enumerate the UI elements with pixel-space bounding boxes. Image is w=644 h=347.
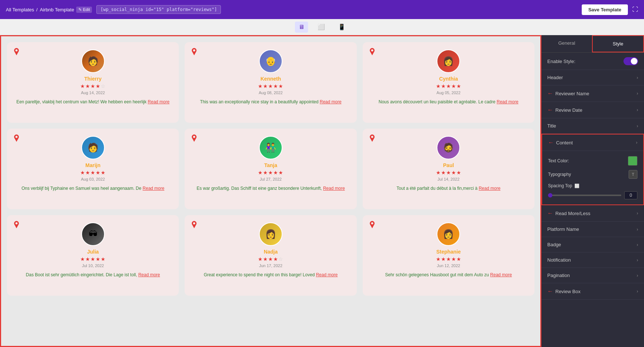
- read-more-link[interactable]: Read more: [323, 186, 345, 191]
- mobile-device-button[interactable]: 📱: [334, 21, 349, 33]
- typography-label: Typography: [548, 172, 629, 177]
- star-1: ★: [258, 170, 263, 176]
- review-box-chevron: ›: [637, 289, 638, 294]
- slider-thumb[interactable]: [548, 193, 552, 198]
- avatar-placeholder: 🧑: [82, 137, 104, 159]
- review-date: Jun 12, 2022: [437, 263, 460, 268]
- panel-item-pagination[interactable]: Pagination ›: [541, 268, 644, 283]
- star-3: ★: [446, 170, 451, 176]
- text-color-swatch[interactable]: [628, 156, 637, 166]
- star-3: ★: [90, 256, 95, 262]
- enable-style-toggle[interactable]: [623, 57, 638, 65]
- panel-item-reviewer-name[interactable]: ← Reviewer Name ›: [541, 85, 644, 102]
- star-1: ★: [258, 83, 263, 89]
- tablet-device-button[interactable]: ⬜: [314, 21, 329, 33]
- expand-icon[interactable]: ⛶: [632, 6, 638, 13]
- template-name: Airbnb Template: [40, 7, 74, 12]
- read-more-link[interactable]: Read more: [490, 272, 512, 277]
- read-more-link[interactable]: Read more: [320, 99, 341, 104]
- avatar-placeholder: 👩: [437, 50, 459, 72]
- review-card: 👫 Tanja ★★★★★ Jul 27, 2022 Es war großar…: [185, 129, 356, 209]
- star-4: ★: [273, 256, 278, 262]
- review-date-label: Review Date: [555, 107, 637, 113]
- review-card: 👩 Nadja ★★★★☆ Jun 17, 2022 Great experie…: [185, 215, 356, 296]
- spacing-slider-track[interactable]: [548, 195, 621, 196]
- review-date-arrow-indicator: ←: [547, 107, 553, 113]
- star-1: ★: [436, 83, 441, 89]
- read-more-arrow-indicator: ←: [547, 210, 553, 217]
- review-text: This was an exceptionally nice stay in a…: [200, 99, 341, 105]
- panel-item-read-more[interactable]: ← Read More/Less ›: [541, 205, 644, 222]
- reviewer-avatar: 👩: [259, 222, 282, 246]
- read-more-link[interactable]: Read more: [143, 186, 164, 191]
- star-1: ★: [436, 170, 441, 176]
- airbnb-logo: [368, 47, 377, 56]
- toggle-knob: [631, 58, 637, 64]
- panel-item-notification[interactable]: Notification ›: [541, 252, 644, 268]
- star-4: ★: [451, 170, 456, 176]
- read-more-chevron: ›: [637, 211, 638, 216]
- panel-item-review-date[interactable]: ← Review Date ›: [541, 102, 644, 118]
- read-more-link[interactable]: Read more: [497, 99, 518, 104]
- stars-container: ★★★★★: [80, 256, 106, 262]
- panel-item-badge[interactable]: Badge ›: [541, 237, 644, 252]
- main-layout: 🧑 Thierry ★★★★☆ Aug 14, 2022 Een pareltj…: [0, 35, 644, 347]
- panel-item-content[interactable]: ← Content ›: [542, 134, 643, 151]
- avatar-placeholder: 👫: [260, 137, 282, 159]
- panel-item-header[interactable]: Header ›: [541, 70, 644, 85]
- tab-general[interactable]: General: [541, 35, 592, 52]
- star-3: ★: [268, 256, 273, 262]
- right-panel: General Style Enable Style: Header › ← R…: [541, 35, 644, 347]
- stars-container: ★★★★☆: [258, 256, 283, 262]
- review-text: Great experience to spend the night on t…: [204, 272, 338, 278]
- reviewer-name: Marijn: [85, 162, 100, 168]
- star-4: ★: [273, 170, 278, 176]
- read-more-label: Read More/Less: [555, 211, 637, 216]
- desktop-device-button[interactable]: 🖥: [295, 22, 308, 33]
- header-chevron: ›: [637, 75, 638, 80]
- top-bar-right: Save Template ⛶: [582, 4, 638, 15]
- star-4: ★: [451, 83, 456, 89]
- save-template-button[interactable]: Save Template: [582, 4, 628, 15]
- text-color-label: Text Color:: [548, 158, 628, 163]
- panel-item-platform-name[interactable]: Platform Name ›: [541, 222, 644, 237]
- review-card: 👩 Cynthia ★★★★★ Aug 05, 2022 Nous avons …: [363, 42, 534, 123]
- edit-badge[interactable]: ✎ Edit: [76, 7, 92, 13]
- panel-item-review-box[interactable]: ← Review Box ›: [541, 283, 644, 300]
- typography-settings-icon[interactable]: T: [629, 170, 637, 179]
- panel-item-title[interactable]: Title ›: [541, 118, 644, 134]
- star-2: ★: [263, 256, 268, 262]
- star-3: ★: [268, 83, 273, 89]
- read-more-link[interactable]: Read more: [479, 186, 500, 191]
- star-5: ★: [101, 256, 106, 262]
- read-more-link[interactable]: Read more: [316, 272, 337, 277]
- star-2: ★: [441, 170, 446, 176]
- review-date: Aug 05, 2022: [437, 91, 460, 95]
- read-more-link[interactable]: Read more: [148, 99, 169, 104]
- breadcrumb: All Templates / Airbnb Template ✎ Edit: [6, 7, 92, 13]
- read-more-link[interactable]: Read more: [138, 272, 160, 277]
- star-2: ★: [85, 256, 90, 262]
- slider-row: [548, 191, 637, 199]
- airbnb-logo: [368, 220, 377, 229]
- review-date: Jul 14, 2022: [437, 177, 459, 181]
- star-2: ★: [85, 83, 90, 89]
- review-text: Es war großartig. Das Schiff ist eine ga…: [197, 185, 345, 192]
- airbnb-logo: [12, 220, 21, 229]
- shortcode-box[interactable]: [wp_social_ninja id="15" platform="revie…: [96, 5, 221, 14]
- review-text: Sehr schön gelegenes Hausboot gut mit de…: [385, 272, 512, 278]
- review-card: 🧑 Thierry ★★★★☆ Aug 14, 2022 Een pareltj…: [7, 42, 179, 123]
- enable-style-row: Enable Style:: [541, 53, 644, 70]
- stars-container: ★★★★★: [436, 256, 461, 262]
- star-3: ★: [446, 83, 451, 89]
- reviewer-name: Julia: [87, 249, 99, 255]
- star-4: ★: [96, 256, 100, 262]
- badge-chevron: ›: [637, 242, 638, 247]
- tab-style[interactable]: Style: [592, 35, 644, 52]
- header-label: Header: [547, 75, 637, 80]
- all-templates-link[interactable]: All Templates: [6, 7, 34, 12]
- reviewer-avatar: 👫: [259, 136, 282, 159]
- reviews-grid: 🧑 Thierry ★★★★☆ Aug 14, 2022 Een pareltj…: [7, 42, 534, 296]
- star-5: ☆: [278, 256, 283, 262]
- spacing-value-input[interactable]: [624, 191, 637, 199]
